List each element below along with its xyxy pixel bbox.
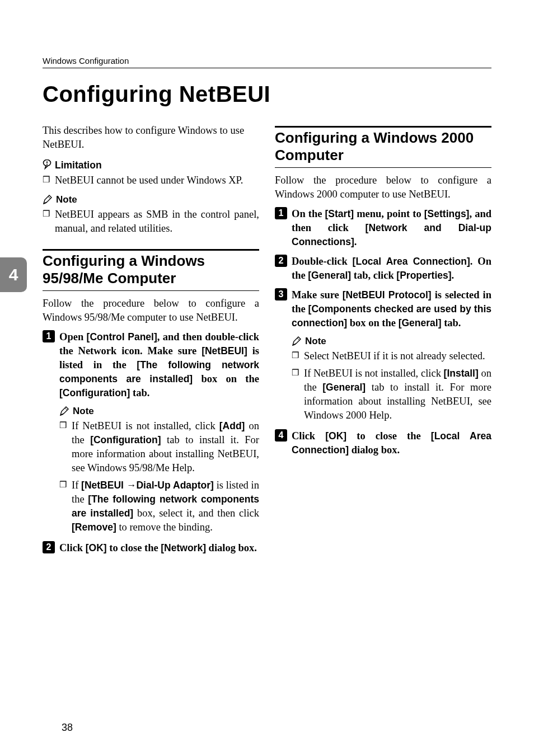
note-icon	[292, 336, 302, 346]
ui-label: [Local Area Connection]	[353, 256, 470, 267]
step-3-notes: Note Select NetBEUI if it is not already…	[275, 336, 491, 422]
text-run: box on the	[193, 373, 259, 384]
limitation-label: Limitation	[55, 159, 102, 171]
ui-label: [NetBEUI Protocol]	[343, 289, 432, 300]
note-heading: Note	[59, 406, 259, 417]
chapter-tab: 4	[0, 257, 27, 292]
two-column-layout: This describes how to configure Windows …	[43, 124, 491, 560]
step-number-icon: 2	[275, 255, 287, 267]
svg-line-6	[65, 408, 67, 410]
text-run: to close the	[346, 430, 431, 442]
running-head: Windows Configuration	[43, 56, 491, 68]
ui-label: [General]	[308, 270, 351, 281]
step-2: 2 Click [OK] to close the [Network] dial…	[43, 541, 259, 555]
text-run: Click	[292, 430, 325, 442]
list-item: If [NetBEUI →Dial-Up Adaptor] is listed …	[59, 478, 259, 534]
step-text: Double-click [Local Area Connection]. On…	[292, 256, 491, 281]
ui-label: [General]	[322, 382, 366, 393]
ui-label: [NetBEUI →Dial-Up Adaptor]	[81, 480, 214, 491]
text-run: tab, click	[351, 270, 396, 281]
text-run: to remove the binding.	[116, 522, 213, 533]
text-run: .	[354, 236, 357, 247]
step-text: Click [OK] to close the [Network] dialog…	[59, 542, 257, 553]
text-run: If NetBEUI is not installed, click	[72, 420, 219, 431]
note-label: Note	[56, 194, 77, 205]
note-list: NetBEUI appears as SMB in the control pa…	[43, 208, 259, 236]
limitation-list: NetBEUI cannot be used under Windows XP.	[43, 173, 259, 187]
step-number-icon: 3	[275, 288, 287, 300]
section-intro: Follow the procedure below to configure …	[43, 297, 259, 325]
left-column: This describes how to configure Windows …	[43, 124, 259, 560]
ui-label: [OK]	[325, 430, 346, 442]
text-run: menu, point to	[354, 208, 424, 219]
ui-label: [Remove]	[72, 522, 116, 533]
text-run: Make sure	[292, 289, 343, 300]
page: Windows Configuration Configuring NetBEU…	[0, 0, 534, 756]
page-number: 38	[62, 722, 73, 734]
text-run: tab.	[442, 317, 461, 328]
text-run: tab.	[130, 387, 149, 398]
section-heading-win2k: Configuring a Windows 2000 Computer	[275, 126, 491, 168]
text-run: If	[72, 480, 81, 491]
note-list: If NetBEUI is not installed, click [Add]…	[59, 419, 259, 534]
ui-label: [NetBEUI]	[202, 345, 247, 356]
text-run: box, select it, and then click	[133, 508, 259, 519]
page-title: Configuring NetBEUI	[43, 82, 491, 107]
ui-label: [Start]	[325, 208, 354, 219]
step-4: 4 Click [OK] to close the [Local Area Co…	[275, 429, 491, 457]
text-run: Open	[59, 331, 87, 342]
ui-label: [Configuration]	[59, 387, 130, 398]
ui-label: [Settings]	[424, 208, 470, 219]
svg-point-2	[46, 164, 48, 165]
note-icon	[43, 195, 53, 205]
text-run: dialog box.	[206, 542, 257, 553]
text-run: dialog box.	[349, 444, 400, 456]
ui-label: [Control Panel]	[87, 331, 157, 342]
note-heading: Note	[292, 336, 491, 347]
list-item: If NetBEUI is not installed, click [Add]…	[59, 419, 259, 475]
note-heading: Note	[43, 194, 259, 205]
step-1-notes: Note If NetBEUI is not installed, click …	[43, 406, 259, 534]
step-number-icon: 4	[275, 429, 287, 442]
ui-label: [Configuration]	[90, 434, 161, 445]
limitation-heading: Limitation	[43, 159, 259, 171]
step-number-icon: 2	[43, 541, 55, 553]
section-heading-win9x: Configuring a Windows 95/98/Me Computer	[43, 249, 259, 291]
step-text: On the [Start] menu, point to [Settings]…	[292, 208, 491, 247]
note-label: Note	[305, 336, 326, 347]
ui-label: [Properties]	[396, 270, 451, 281]
step-1: 1 Open [Control Panel], and then double-…	[43, 330, 259, 400]
ui-label: [Add]	[219, 420, 245, 431]
right-column: Configuring a Windows 2000 Computer Foll…	[275, 124, 491, 560]
list-item: NetBEUI appears as SMB in the control pa…	[43, 208, 259, 236]
text-run: On the	[292, 208, 325, 219]
section-intro: Follow the procedure below to configure …	[275, 173, 491, 201]
ui-label: [Install]	[444, 368, 479, 379]
text-run: .	[452, 270, 455, 281]
step-number-icon: 1	[275, 207, 287, 219]
step-1: 1 On the [Start] menu, point to [Setting…	[275, 207, 491, 249]
step-3: 3 Make sure [NetBEUI Protocol] is select…	[275, 288, 491, 330]
text-run: If NetBEUI is not installed, click	[304, 368, 444, 379]
step-text: Make sure [NetBEUI Protocol] is selected…	[292, 289, 491, 328]
note-list: Select NetBEUI if it is not already sele…	[292, 349, 491, 422]
list-item: Select NetBEUI if it is not already sele…	[292, 349, 491, 363]
svg-line-8	[297, 338, 299, 340]
limitation-icon	[43, 159, 51, 171]
text-run: Double-click	[292, 256, 353, 267]
step-2: 2 Double-click [Local Area Connection]. …	[275, 255, 491, 283]
list-item: NetBEUI cannot be used under Windows XP.	[43, 173, 259, 187]
list-item: If NetBEUI is not installed, click [Inst…	[292, 367, 491, 422]
ui-label: [General]	[399, 317, 442, 328]
text-run: Click	[59, 542, 86, 553]
ui-label: [OK]	[86, 542, 107, 553]
step-text: Open [Control Panel], and then double-cl…	[59, 331, 259, 398]
note-icon	[59, 406, 69, 416]
intro-paragraph: This describes how to configure Windows …	[43, 124, 259, 152]
text-run: to close the	[107, 542, 161, 553]
text-run: box on the	[347, 317, 399, 328]
note-label: Note	[73, 406, 94, 417]
svg-line-4	[48, 196, 50, 199]
step-number-icon: 1	[43, 330, 55, 342]
step-text: Click [OK] to close the [Local Area Conn…	[292, 430, 491, 456]
